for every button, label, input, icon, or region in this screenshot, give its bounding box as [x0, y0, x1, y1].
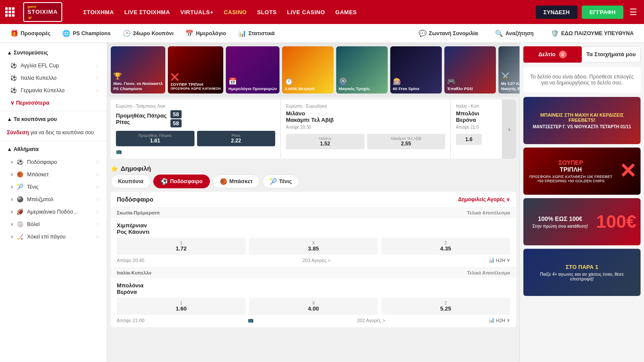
- main-nav-links: ΣΤΟΙΧΗΜΑ LIVE ΣΤΟΙΧΗΜΑ VIRTUALS+ CASINO …: [83, 9, 527, 15]
- odd-btn-match2-team1[interactable]: Μιλάνο 1.52: [286, 134, 365, 149]
- betslip-tab-active[interactable]: Δελτίο 0: [523, 46, 582, 63]
- odd-2-match2[interactable]: 2 5.25: [381, 298, 510, 315]
- nav-24hr-coupon[interactable]: 🕐 24ωρο Κουπόνι: [118, 27, 179, 40]
- star-icon[interactable]: ☆: [95, 234, 100, 240]
- match-row-1: Χιμπέρνιαν Ρος Κάουντι 1 1.72 Χ 3.85: [111, 218, 516, 268]
- tab-tennis[interactable]: 🎾 Τένις: [262, 175, 299, 188]
- promo-ps-champions[interactable]: 🏆 Μαν. Γιουν. vs Νιούκαστλ PS Champions: [111, 46, 165, 94]
- odd-btn-match1-team1[interactable]: Προμηθέας Πάτρας 1.61: [116, 131, 194, 146]
- sidebar-item-baseball[interactable]: ∨ 🎱 Μπέιζμπολ ☆: [0, 193, 107, 205]
- live-matches-arrow[interactable]: ›: [502, 100, 516, 159]
- betslip-count: 0: [559, 51, 567, 58]
- bar-chart-icon: 📊: [489, 317, 495, 323]
- logo[interactable]: game SΤΟΙΧΙΜΑ .gr: [23, 2, 75, 22]
- promo-freespins[interactable]: 🎰 60 Free Spins: [390, 46, 442, 94]
- tab-football[interactable]: ⚽ Ποδόσφαιρο: [153, 175, 210, 188]
- tab-basketball[interactable]: 🏀 Μπάσκετ: [213, 175, 260, 188]
- star-icon[interactable]: ☆: [95, 159, 100, 165]
- odd-btn-match3-team1[interactable]: 1.6: [456, 134, 482, 145]
- sidebar-item-football[interactable]: ∨ ⚽ Ποδόσφαιρο ☆: [0, 156, 107, 168]
- sword-icon: ⚔️: [501, 72, 519, 80]
- sidebar-item-italy-cup[interactable]: ⚽ Ιταλία Κυπελλο ☆: [0, 72, 107, 84]
- odd-x-match2[interactable]: Χ 4.00: [249, 298, 378, 315]
- nav-stoixima[interactable]: ΣΤΟΙΧΗΜΑ: [83, 9, 114, 15]
- star-icon[interactable]: ☆: [95, 221, 100, 227]
- nav-live-stoixima[interactable]: LIVE ΣΤΟΙΧΗΜΑ: [125, 9, 170, 15]
- markets-link-2[interactable]: 202 Αγορές >: [357, 318, 386, 323]
- sidebar-item-germany-cup[interactable]: ⚽ Γερμανία Κύπελλο ☆: [0, 84, 107, 97]
- odd-1-match1[interactable]: 1 1.72: [117, 238, 246, 255]
- nav-statistics[interactable]: 📊 Στατιστικά: [233, 27, 280, 40]
- sidebar-item-tennis[interactable]: ∨ 🎾 Τένις ☆: [0, 181, 107, 193]
- coupons-signin-link[interactable]: Σύνδεση: [7, 130, 29, 136]
- nav-search[interactable]: 🔍 Αναζήτηση: [490, 27, 539, 40]
- odd-x-match1[interactable]: Χ 3.85: [249, 238, 378, 255]
- signin-button[interactable]: ΣΥΝΔΕΣΗ: [536, 6, 577, 19]
- register-button[interactable]: ΕΓΓΡΑΦΗ: [582, 6, 623, 19]
- stats-icon: 📊: [238, 30, 246, 37]
- star-icon[interactable]: ☆: [95, 172, 100, 178]
- right-banner-triple[interactable]: ΣΟΥΠΕΡ ΤΡΙΠΛΗ ΠΡΟΣΦΟΡΑ ΧΩΡΙΣ ΚΑΤΑΘΕΣΗ 10…: [523, 148, 641, 195]
- grid-menu-icon[interactable]: [5, 7, 15, 17]
- star-icon[interactable]: ☆: [95, 184, 100, 190]
- nav-virtuals[interactable]: VIRTUALS+: [180, 9, 213, 15]
- live-match-2: Ευρώπη - Ευρωλίγκα Μιλάνο Μακάμπι Τελ Αβ…: [281, 100, 451, 159]
- matches-table: Ποδόσφαιρο Δημοφιλείς Αγορές ∨ Σκωτία-Πρ…: [111, 192, 516, 327]
- odd-2-match1[interactable]: 2 4.35: [381, 238, 510, 255]
- promo-battles[interactable]: ⚔️ Με C27 Κέρδισε €6.308 Νικητής Εβδομάδ…: [498, 46, 519, 94]
- nav-ps-champions[interactable]: 🌐 PS Champions: [57, 27, 115, 40]
- x-icon: ❌: [170, 73, 221, 81]
- nav-responsible-gaming[interactable]: 🛡️ ΕΔΩ ΠΑΙΖΟΥΜΕ ΥΠΕΥΘΥΝΑ: [546, 27, 639, 40]
- am-football-icon: 🏈: [17, 208, 24, 215]
- chevron-down-icon: ∨: [10, 209, 13, 214]
- live-match-1: Ευρώπη - Τσάμπιονς Λιγκ Προμηθέας Πάτρας…: [111, 100, 281, 159]
- my-bets-tab[interactable]: Τα Στοιχήματά μου: [582, 46, 641, 63]
- league-row-1: Σκωτία-Πρέμιερσιπ Τελικό Αποτέλεσμα: [111, 208, 516, 218]
- right-banner-ps[interactable]: ΜΠΑΙΝΕΙΣ ΣΤΗ ΜΑΧΗ ΚΑΙ ΚΕΡΔΙΖΕΙΣ FREEBETS…: [523, 97, 641, 144]
- chevron-down-icon: ∨: [507, 257, 510, 263]
- nav-promotions[interactable]: 🎁 Προσφορές: [5, 27, 55, 40]
- sidebar-item-volleyball[interactable]: ∨ 🏐 Βόλεϊ ☆: [0, 218, 107, 230]
- star-icon[interactable]: ☆: [95, 209, 100, 215]
- star-icon[interactable]: ☆: [95, 196, 100, 202]
- promos-slider: 🏆 Μαν. Γιουν. vs Νιούκαστλ PS Champions …: [107, 43, 519, 97]
- right-banner-hundred[interactable]: 100% ΕΩΣ 100€ Στην πρώτη σου κατάθεση! 1…: [523, 198, 641, 245]
- odd-btn-match2-team2[interactable]: Μακάμπι Τελ Αβίβ 2.55: [367, 134, 446, 149]
- tab-coupons[interactable]: Κουπόνια: [111, 175, 151, 188]
- odd-1-match2[interactable]: 1 1.60: [117, 298, 246, 315]
- promo-counter[interactable]: ⏱️ 3.000€ Μετρητά: [282, 46, 334, 94]
- nav-live-casino[interactable]: LIVE CASINO: [287, 9, 325, 15]
- nav-games[interactable]: GAMES: [335, 9, 357, 15]
- sidebar-item-hockey[interactable]: ∨ 🏒 Χόκεϊ επί πάγου ☆: [0, 230, 107, 243]
- nav-casino[interactable]: CASINO: [224, 9, 247, 15]
- sidebar-item-england-efl[interactable]: ⚽ Αγγλία EFL Cup ☆: [0, 59, 107, 72]
- coupons-header[interactable]: ▲ Τα κουπόνια μου: [0, 113, 107, 126]
- popular-markets-dropdown[interactable]: Δημοφιλείς Αγορές ∨: [458, 196, 510, 202]
- popular-header: ⭐ Δημοφιλή: [111, 161, 516, 175]
- sports-header[interactable]: ▲ Αθλήματα: [0, 143, 107, 156]
- h2h-btn-1[interactable]: 📊 H2H ∨: [489, 257, 510, 263]
- nav-live-chat[interactable]: 💬 Ζωντανή Συνομιλία: [413, 27, 483, 40]
- promo-epablo[interactable]: 🎮 Έπαθλο PS5!: [444, 46, 496, 94]
- shortcuts-more[interactable]: ∨ Περισσότερα: [0, 97, 107, 109]
- promo-triple[interactable]: ❌ ΣΟΥΠΕΡ ΤΡΙΠΛΗ ΠΡΟΣΦΟΡΑ ΧΩΡΙΣ ΚΑΤΑΘΕΣΗ: [168, 46, 223, 94]
- star-icon[interactable]: ☆: [95, 87, 100, 94]
- shortcuts-header[interactable]: ▲ Συντομεύσεις: [0, 46, 107, 59]
- sec-nav-right: 💬 Ζωντανή Συνομιλία 🔍 Αναζήτηση 🛡️ ΕΔΩ Π…: [413, 27, 639, 40]
- odd-btn-match1-team2[interactable]: Ρίτας 2.22: [197, 131, 276, 146]
- sidebar-item-american-football[interactable]: ∨ 🏈 Αμερικάνικο Ποδόσ... ☆: [0, 205, 107, 218]
- star-icon[interactable]: ☆: [95, 63, 100, 69]
- betslip-empty-message: Το δελτίο σου είναι άδειο. Πρόσθεσε επιλ…: [523, 67, 641, 93]
- promo-wheel[interactable]: 🎡 Μαγικός Τροχός: [336, 46, 388, 94]
- right-banner-para1[interactable]: ΣΤΟ ΠΑΡΑ 1 Παίξε 4+ αγωνες και αν χάσεις…: [523, 249, 641, 296]
- hamburger-icon[interactable]: ☰: [628, 5, 639, 19]
- divider: [0, 111, 107, 111]
- sidebar-item-basketball[interactable]: ∨ 🏀 Μπάσκετ ☆: [0, 168, 107, 181]
- promo-calendar[interactable]: 📅 Ημερολόγιο Προσφορών: [226, 46, 279, 94]
- h2h-btn-2[interactable]: 📊 H2H ∨: [489, 317, 510, 323]
- markets-link-1[interactable]: 203 Αγορές >: [302, 258, 331, 263]
- live-match-3: Ιταλία - Κύπ Μπολόνι Βερόνα Απόψε 21:0 1…: [451, 100, 502, 159]
- nav-slots[interactable]: SLOTS: [257, 9, 277, 15]
- nav-calendar[interactable]: 📅 Ημερολόγιο: [180, 27, 231, 40]
- star-icon[interactable]: ☆: [95, 75, 100, 81]
